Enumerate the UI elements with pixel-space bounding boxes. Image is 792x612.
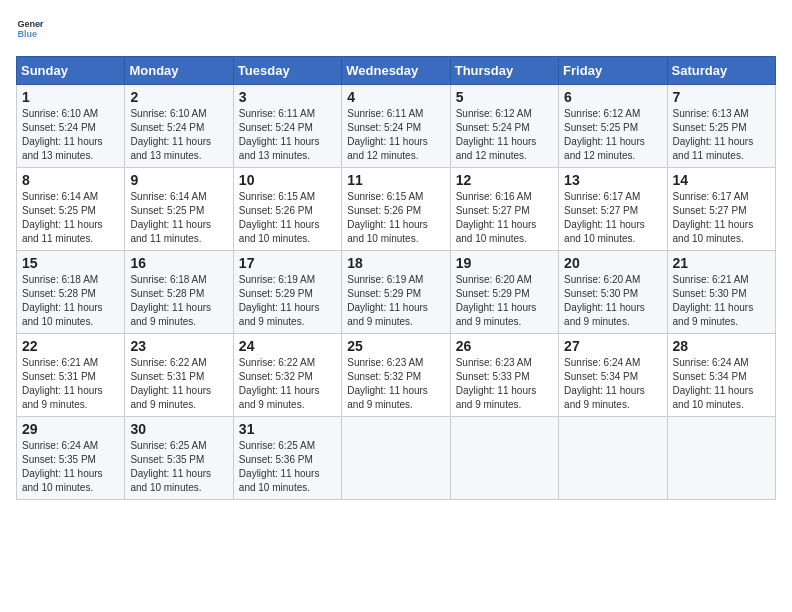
day-info: Sunrise: 6:16 AM Sunset: 5:27 PM Dayligh… — [456, 190, 553, 246]
day-info: Sunrise: 6:20 AM Sunset: 5:30 PM Dayligh… — [564, 273, 661, 329]
day-info: Sunrise: 6:25 AM Sunset: 5:36 PM Dayligh… — [239, 439, 336, 495]
day-header-monday: Monday — [125, 57, 233, 85]
calendar-header: SundayMondayTuesdayWednesdayThursdayFrid… — [17, 57, 776, 85]
calendar-cell: 26 Sunrise: 6:23 AM Sunset: 5:33 PM Dayl… — [450, 334, 558, 417]
day-number: 3 — [239, 89, 336, 105]
day-number: 15 — [22, 255, 119, 271]
day-number: 30 — [130, 421, 227, 437]
day-info: Sunrise: 6:24 AM Sunset: 5:35 PM Dayligh… — [22, 439, 119, 495]
day-number: 14 — [673, 172, 770, 188]
logo-icon: General Blue — [16, 16, 44, 44]
day-number: 28 — [673, 338, 770, 354]
day-info: Sunrise: 6:20 AM Sunset: 5:29 PM Dayligh… — [456, 273, 553, 329]
day-info: Sunrise: 6:15 AM Sunset: 5:26 PM Dayligh… — [347, 190, 444, 246]
day-info: Sunrise: 6:25 AM Sunset: 5:35 PM Dayligh… — [130, 439, 227, 495]
day-number: 7 — [673, 89, 770, 105]
calendar-cell: 3 Sunrise: 6:11 AM Sunset: 5:24 PM Dayli… — [233, 85, 341, 168]
day-number: 1 — [22, 89, 119, 105]
day-number: 19 — [456, 255, 553, 271]
day-info: Sunrise: 6:14 AM Sunset: 5:25 PM Dayligh… — [22, 190, 119, 246]
calendar-cell: 5 Sunrise: 6:12 AM Sunset: 5:24 PM Dayli… — [450, 85, 558, 168]
calendar-week-0: 1 Sunrise: 6:10 AM Sunset: 5:24 PM Dayli… — [17, 85, 776, 168]
day-number: 5 — [456, 89, 553, 105]
day-number: 12 — [456, 172, 553, 188]
day-number: 11 — [347, 172, 444, 188]
day-number: 20 — [564, 255, 661, 271]
day-info: Sunrise: 6:11 AM Sunset: 5:24 PM Dayligh… — [239, 107, 336, 163]
day-number: 2 — [130, 89, 227, 105]
day-number: 8 — [22, 172, 119, 188]
calendar-week-2: 15 Sunrise: 6:18 AM Sunset: 5:28 PM Dayl… — [17, 251, 776, 334]
calendar-cell: 10 Sunrise: 6:15 AM Sunset: 5:26 PM Dayl… — [233, 168, 341, 251]
day-number: 13 — [564, 172, 661, 188]
day-header-saturday: Saturday — [667, 57, 775, 85]
calendar-cell: 20 Sunrise: 6:20 AM Sunset: 5:30 PM Dayl… — [559, 251, 667, 334]
day-number: 9 — [130, 172, 227, 188]
day-number: 4 — [347, 89, 444, 105]
day-number: 26 — [456, 338, 553, 354]
calendar-cell: 15 Sunrise: 6:18 AM Sunset: 5:28 PM Dayl… — [17, 251, 125, 334]
calendar-cell: 17 Sunrise: 6:19 AM Sunset: 5:29 PM Dayl… — [233, 251, 341, 334]
day-info: Sunrise: 6:23 AM Sunset: 5:33 PM Dayligh… — [456, 356, 553, 412]
calendar-cell: 27 Sunrise: 6:24 AM Sunset: 5:34 PM Dayl… — [559, 334, 667, 417]
calendar-body: 1 Sunrise: 6:10 AM Sunset: 5:24 PM Dayli… — [17, 85, 776, 500]
calendar-cell: 19 Sunrise: 6:20 AM Sunset: 5:29 PM Dayl… — [450, 251, 558, 334]
calendar-cell: 1 Sunrise: 6:10 AM Sunset: 5:24 PM Dayli… — [17, 85, 125, 168]
day-number: 25 — [347, 338, 444, 354]
day-number: 21 — [673, 255, 770, 271]
day-info: Sunrise: 6:12 AM Sunset: 5:25 PM Dayligh… — [564, 107, 661, 163]
day-info: Sunrise: 6:18 AM Sunset: 5:28 PM Dayligh… — [130, 273, 227, 329]
day-number: 10 — [239, 172, 336, 188]
day-info: Sunrise: 6:17 AM Sunset: 5:27 PM Dayligh… — [673, 190, 770, 246]
day-number: 6 — [564, 89, 661, 105]
calendar-week-1: 8 Sunrise: 6:14 AM Sunset: 5:25 PM Dayli… — [17, 168, 776, 251]
day-info: Sunrise: 6:22 AM Sunset: 5:32 PM Dayligh… — [239, 356, 336, 412]
day-info: Sunrise: 6:18 AM Sunset: 5:28 PM Dayligh… — [22, 273, 119, 329]
day-info: Sunrise: 6:19 AM Sunset: 5:29 PM Dayligh… — [347, 273, 444, 329]
calendar-cell: 24 Sunrise: 6:22 AM Sunset: 5:32 PM Dayl… — [233, 334, 341, 417]
day-header-friday: Friday — [559, 57, 667, 85]
calendar-cell — [342, 417, 450, 500]
svg-text:Blue: Blue — [17, 29, 37, 39]
calendar-cell: 31 Sunrise: 6:25 AM Sunset: 5:36 PM Dayl… — [233, 417, 341, 500]
calendar-cell: 23 Sunrise: 6:22 AM Sunset: 5:31 PM Dayl… — [125, 334, 233, 417]
calendar-cell — [667, 417, 775, 500]
calendar-table: SundayMondayTuesdayWednesdayThursdayFrid… — [16, 56, 776, 500]
logo: General Blue — [16, 16, 44, 44]
calendar-cell: 30 Sunrise: 6:25 AM Sunset: 5:35 PM Dayl… — [125, 417, 233, 500]
day-info: Sunrise: 6:11 AM Sunset: 5:24 PM Dayligh… — [347, 107, 444, 163]
calendar-cell: 22 Sunrise: 6:21 AM Sunset: 5:31 PM Dayl… — [17, 334, 125, 417]
calendar-cell: 29 Sunrise: 6:24 AM Sunset: 5:35 PM Dayl… — [17, 417, 125, 500]
header: General Blue — [16, 16, 776, 44]
calendar-cell — [559, 417, 667, 500]
calendar-cell: 12 Sunrise: 6:16 AM Sunset: 5:27 PM Dayl… — [450, 168, 558, 251]
day-info: Sunrise: 6:10 AM Sunset: 5:24 PM Dayligh… — [22, 107, 119, 163]
day-info: Sunrise: 6:22 AM Sunset: 5:31 PM Dayligh… — [130, 356, 227, 412]
day-info: Sunrise: 6:14 AM Sunset: 5:25 PM Dayligh… — [130, 190, 227, 246]
day-info: Sunrise: 6:21 AM Sunset: 5:31 PM Dayligh… — [22, 356, 119, 412]
day-info: Sunrise: 6:17 AM Sunset: 5:27 PM Dayligh… — [564, 190, 661, 246]
day-number: 29 — [22, 421, 119, 437]
calendar-cell: 16 Sunrise: 6:18 AM Sunset: 5:28 PM Dayl… — [125, 251, 233, 334]
calendar-cell: 25 Sunrise: 6:23 AM Sunset: 5:32 PM Dayl… — [342, 334, 450, 417]
day-header-sunday: Sunday — [17, 57, 125, 85]
day-number: 18 — [347, 255, 444, 271]
day-number: 31 — [239, 421, 336, 437]
day-header-wednesday: Wednesday — [342, 57, 450, 85]
day-info: Sunrise: 6:19 AM Sunset: 5:29 PM Dayligh… — [239, 273, 336, 329]
calendar-cell: 11 Sunrise: 6:15 AM Sunset: 5:26 PM Dayl… — [342, 168, 450, 251]
calendar-cell: 14 Sunrise: 6:17 AM Sunset: 5:27 PM Dayl… — [667, 168, 775, 251]
calendar-cell: 9 Sunrise: 6:14 AM Sunset: 5:25 PM Dayli… — [125, 168, 233, 251]
calendar-cell: 13 Sunrise: 6:17 AM Sunset: 5:27 PM Dayl… — [559, 168, 667, 251]
day-number: 27 — [564, 338, 661, 354]
calendar-cell: 8 Sunrise: 6:14 AM Sunset: 5:25 PM Dayli… — [17, 168, 125, 251]
day-info: Sunrise: 6:24 AM Sunset: 5:34 PM Dayligh… — [673, 356, 770, 412]
calendar-cell — [450, 417, 558, 500]
calendar-cell: 2 Sunrise: 6:10 AM Sunset: 5:24 PM Dayli… — [125, 85, 233, 168]
day-info: Sunrise: 6:15 AM Sunset: 5:26 PM Dayligh… — [239, 190, 336, 246]
day-number: 23 — [130, 338, 227, 354]
day-info: Sunrise: 6:10 AM Sunset: 5:24 PM Dayligh… — [130, 107, 227, 163]
calendar-cell: 6 Sunrise: 6:12 AM Sunset: 5:25 PM Dayli… — [559, 85, 667, 168]
calendar-week-3: 22 Sunrise: 6:21 AM Sunset: 5:31 PM Dayl… — [17, 334, 776, 417]
calendar-cell: 21 Sunrise: 6:21 AM Sunset: 5:30 PM Dayl… — [667, 251, 775, 334]
